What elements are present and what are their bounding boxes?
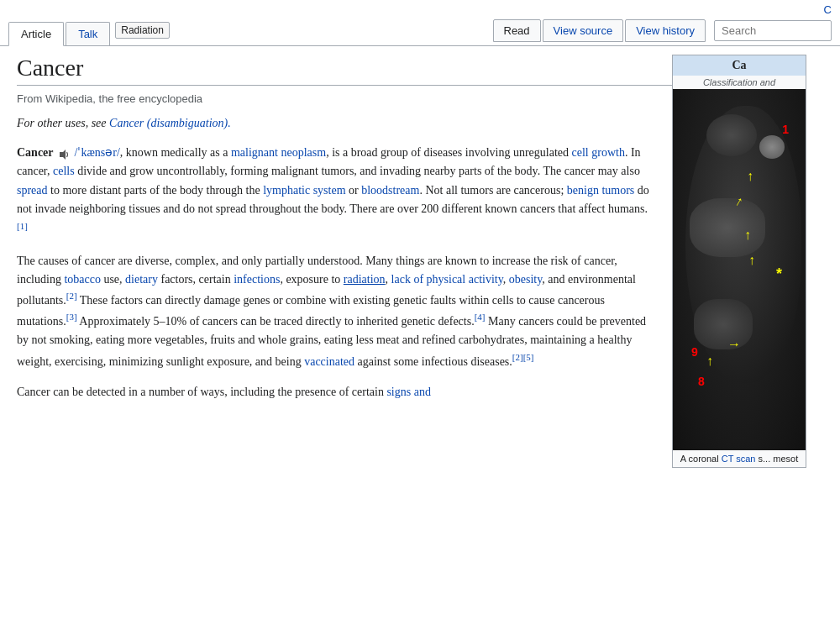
ct-label-8: 8 bbox=[698, 375, 705, 388]
infobox-caption-prefix: A coronal bbox=[680, 454, 722, 464]
tab-view-source[interactable]: View source bbox=[543, 19, 624, 42]
ct-arrow-5: → bbox=[727, 337, 741, 352]
infobox-caption-suffix: s... mesot bbox=[755, 454, 798, 464]
ref-4[interactable]: [4] bbox=[475, 312, 486, 322]
ref-3[interactable]: [3] bbox=[66, 312, 77, 322]
tab-talk[interactable]: Talk bbox=[66, 22, 110, 45]
radiation-link[interactable]: radiation bbox=[344, 273, 386, 286]
ct-organ-3 bbox=[694, 299, 753, 349]
ct-organ-2 bbox=[690, 198, 765, 257]
para1-bold: Cancer bbox=[17, 146, 54, 159]
infobox-subtitle: Classification and bbox=[673, 76, 806, 89]
cell-growth-link[interactable]: cell growth bbox=[572, 146, 625, 159]
signs-link[interactable]: signs and bbox=[386, 386, 431, 398]
dietary-link[interactable]: dietary bbox=[125, 273, 158, 286]
tab-read[interactable]: Read bbox=[493, 19, 541, 42]
ct-scan-visual: 1 ↑ ↑ ↑ ↑ * → 9 bbox=[673, 89, 806, 450]
infobox-title: Ca bbox=[673, 55, 806, 76]
malignant-neoplasm-link[interactable]: malignant neoplasm bbox=[231, 146, 326, 159]
ct-organ-1 bbox=[706, 114, 757, 156]
search-input[interactable] bbox=[714, 20, 832, 41]
tabs-right: Read View source View history bbox=[493, 19, 832, 45]
ct-arrow-1: ↑ bbox=[747, 169, 753, 184]
cells-link[interactable]: cells bbox=[53, 165, 75, 177]
disambiguation-link[interactable]: Cancer (disambiguation). bbox=[109, 117, 231, 129]
lymphatic-system-link[interactable]: lymphatic system bbox=[263, 184, 345, 197]
audio-icon[interactable] bbox=[58, 148, 70, 160]
bloodstream-link[interactable]: bloodstream bbox=[361, 184, 419, 197]
infections-link[interactable]: infections bbox=[234, 273, 280, 286]
svg-marker-0 bbox=[60, 150, 66, 160]
wiki-top-link[interactable]: C bbox=[824, 3, 832, 16]
physical-activity-link[interactable]: lack of physical activity bbox=[391, 273, 503, 286]
tobacco-link[interactable]: tobacco bbox=[64, 273, 101, 286]
ref-2[interactable]: [2] bbox=[66, 291, 77, 301]
tab-article[interactable]: Article bbox=[8, 22, 64, 46]
ct-label-1: 1 bbox=[782, 123, 789, 136]
tab-bar: Article Talk Radiation Read View source … bbox=[0, 19, 840, 46]
infobox-caption: A coronal CT scan s... mesot bbox=[673, 450, 806, 467]
spread-link[interactable]: spread bbox=[17, 184, 48, 197]
main-content: Ca Classification and 1 ↑ ↑ ↑ bbox=[0, 46, 840, 476]
ct-tumor bbox=[759, 135, 785, 159]
infobox: Ca Classification and 1 ↑ ↑ ↑ bbox=[672, 55, 806, 468]
benign-tumors-link[interactable]: benign tumors bbox=[567, 184, 635, 197]
ct-arrow-4: ↑ bbox=[748, 253, 755, 268]
infobox-caption-link[interactable]: CT scan bbox=[722, 454, 756, 464]
ct-label-9: 9 bbox=[691, 345, 698, 359]
tabs-left: Article Talk Radiation bbox=[8, 22, 170, 45]
vaccinated-link[interactable]: vaccinated bbox=[304, 355, 354, 368]
article-body: Ca Classification and 1 ↑ ↑ ↑ bbox=[17, 55, 823, 468]
disambiguation-text: For other uses, see bbox=[17, 117, 109, 129]
infobox-image: 1 ↑ ↑ ↑ ↑ * → 9 bbox=[673, 89, 806, 450]
pronunciation-link[interactable]: /ˈkænsər/ bbox=[75, 146, 120, 159]
tooltip-radiation: Radiation bbox=[115, 22, 170, 39]
ct-arrow-3: ↑ bbox=[744, 228, 751, 243]
tab-view-history[interactable]: View history bbox=[625, 19, 706, 42]
ct-asterisk: * bbox=[776, 265, 782, 283]
obesity-link[interactable]: obesity bbox=[509, 273, 543, 286]
ref-5[interactable]: [2][5] bbox=[512, 352, 534, 362]
search-box bbox=[714, 20, 832, 41]
ref-1[interactable]: [1] bbox=[17, 221, 28, 231]
ct-arrow-6: ↑ bbox=[706, 354, 713, 369]
